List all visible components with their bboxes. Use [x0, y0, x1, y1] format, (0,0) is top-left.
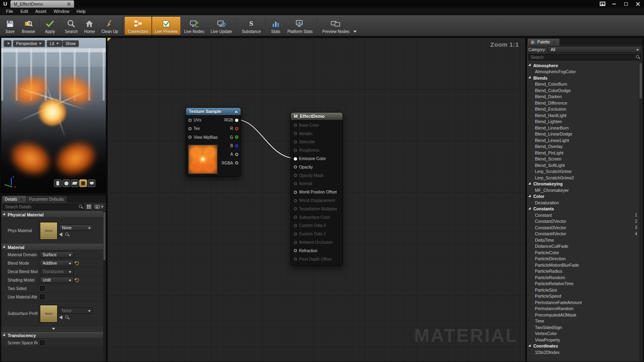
use-selected-asset-icon[interactable] [59, 232, 62, 237]
menu-window[interactable]: Window [50, 8, 73, 15]
tab-palette[interactable]: Palette [528, 39, 559, 45]
texture-sample-header[interactable]: Texture Sample [186, 108, 241, 115]
section-physical-material[interactable]: Physical Material [1, 211, 106, 218]
scrollbar-thumb[interactable] [640, 63, 642, 99]
palette-item[interactable]: Blend_ColorBurn [527, 81, 643, 88]
input-pin[interactable] [188, 127, 192, 130]
maximize-button[interactable] [620, 0, 632, 8]
details-scrollbar[interactable] [103, 211, 106, 362]
advanced-expander[interactable] [1, 326, 106, 332]
palette-item[interactable]: Blend_HardLight [527, 112, 643, 119]
view-options-button[interactable] [94, 204, 104, 210]
section-translucency[interactable]: Translucency [1, 332, 106, 339]
palette-item[interactable]: Constant2Vector2 [527, 218, 643, 225]
lit-mode-button[interactable]: Lit [47, 40, 62, 47]
palette-item[interactable]: AtmosphericFogColor [527, 69, 643, 75]
menu-file[interactable]: File [2, 8, 17, 15]
phys-material-thumbnail[interactable]: None [40, 222, 58, 240]
scrollbar-thumb[interactable] [103, 212, 105, 260]
palette-item[interactable]: Time [527, 318, 643, 325]
preview-sphere-button[interactable] [62, 179, 70, 187]
show-flags-button[interactable]: Show [62, 40, 79, 47]
tab-close-icon[interactable] [20, 198, 23, 201]
input-pin[interactable] [188, 119, 192, 122]
palette-item[interactable]: Blend_LinearBurn [527, 125, 643, 131]
save-button[interactable]: Save [2, 16, 19, 35]
palette-item[interactable]: ParticleSize [527, 287, 643, 293]
material-input-pin[interactable] [294, 191, 297, 194]
palette-item[interactable]: Blend_Exclusion [527, 106, 643, 113]
collapse-arrow-icon[interactable] [235, 111, 238, 113]
output-pin[interactable] [235, 144, 238, 148]
preview-mesh-button[interactable] [88, 179, 95, 187]
material-input-pin[interactable] [294, 249, 297, 252]
input-pin[interactable] [188, 136, 192, 139]
connectors-toggle-button[interactable]: Connectors [124, 16, 151, 35]
preview-cylinder-button[interactable] [54, 179, 62, 187]
palette-category[interactable]: Constants [527, 206, 643, 212]
viewport-layout-icon[interactable] [597, 0, 608, 8]
browse-to-asset-icon[interactable] [65, 232, 70, 237]
material-graph-canvas[interactable]: Zoom 1:1 MATERIAL Texture Sample UVsTexV… [107, 37, 526, 362]
close-button[interactable] [632, 0, 644, 8]
palette-item[interactable]: Blend_Overlay [527, 144, 643, 150]
section-material[interactable]: Material [1, 244, 106, 251]
palette-item[interactable]: Blend_PinLight [527, 150, 643, 156]
blend-mode-dropdown[interactable]: Additive [40, 260, 74, 266]
palette-item[interactable]: ParticleColor [527, 249, 643, 256]
screen-space-reflections-checkbox[interactable] [40, 340, 45, 345]
palette-search-input[interactable] [528, 54, 641, 60]
details-search-input[interactable] [3, 204, 84, 210]
palette-item[interactable]: Lerp_ScratchGrime [527, 169, 643, 175]
output-pin[interactable] [235, 153, 238, 156]
tab-close-icon[interactable] [67, 2, 71, 6]
texture-sample-node[interactable]: Texture Sample UVsTexView MipBias RGBRGB… [186, 107, 241, 177]
palette-item[interactable]: PrecomputedAOMask [527, 312, 643, 318]
preview-viewport[interactable]: Perspective Lit Show x z [1, 37, 106, 193]
palette-item[interactable]: ViewProperty [527, 337, 643, 343]
search-button[interactable]: Search [62, 16, 81, 35]
category-dropdown[interactable]: All [548, 46, 641, 53]
palette-item[interactable]: Lerp_ScratchGrime2 [527, 175, 643, 181]
palette-category[interactable]: Color [527, 193, 643, 200]
preview-plane-button[interactable] [71, 179, 78, 187]
palette-item[interactable]: ParticleRandom [527, 274, 643, 281]
palette-scrollbar[interactable] [639, 62, 642, 362]
palette-category[interactable]: Blends [527, 75, 643, 81]
material-input-pin[interactable] [294, 157, 297, 160]
live-nodes-toggle-button[interactable]: Live Nodes [181, 16, 207, 35]
shading-model-dropdown[interactable]: Unlit [40, 277, 74, 283]
output-pin[interactable] [235, 127, 238, 130]
palette-item[interactable]: DistanceCullFade [527, 243, 643, 250]
material-result-node[interactable]: M_EffectDemo Base ColorMetallicSpecularR… [291, 112, 343, 266]
reset-to-default-icon[interactable] [75, 278, 79, 282]
stats-toggle-button[interactable]: Stats [267, 16, 284, 35]
preview-cube-button[interactable] [79, 179, 87, 187]
tab-details[interactable]: Details [2, 196, 26, 203]
platform-stats-button[interactable]: Platform Stats [284, 16, 316, 35]
palette-item[interactable]: TwoSidedSign [527, 324, 643, 331]
use-material-attributes-checkbox[interactable] [40, 294, 45, 299]
tab-parameter-defaults[interactable]: Parameter Defaults [27, 196, 67, 203]
palette-item[interactable]: Desaturation [527, 200, 643, 206]
palette-item[interactable]: ParticleDirection [527, 256, 643, 262]
document-tab[interactable]: M_EffectDemo [10, 0, 74, 8]
palette-item[interactable]: Blend_SoftLight [527, 162, 643, 169]
palette-item[interactable]: Blend_LinearDodge [527, 131, 643, 138]
material-input-pin[interactable] [294, 165, 297, 169]
material-result-header[interactable]: M_EffectDemo [291, 113, 343, 120]
home-button[interactable]: Home [81, 16, 98, 35]
two-sided-checkbox[interactable] [40, 286, 45, 291]
palette-item[interactable]: Constant1 [527, 212, 643, 218]
palette-item[interactable]: ParticleMotionBlurFade [527, 262, 643, 268]
palette-item[interactable]: Blend_LinearLight [527, 137, 643, 144]
perspective-button[interactable]: Perspective [13, 40, 45, 47]
substance-button[interactable]: S Substance [239, 16, 264, 35]
palette-item[interactable]: ParticleSpeed [527, 293, 643, 300]
minimize-button[interactable] [608, 0, 620, 8]
phys-material-dropdown[interactable]: None [59, 224, 93, 231]
live-preview-toggle-button[interactable]: Live Preview [152, 16, 181, 35]
palette-category[interactable]: Atmosphere [527, 62, 643, 69]
browse-button[interactable]: Browse [19, 16, 38, 35]
palette-item[interactable]: Blend_Lighten [527, 119, 643, 125]
